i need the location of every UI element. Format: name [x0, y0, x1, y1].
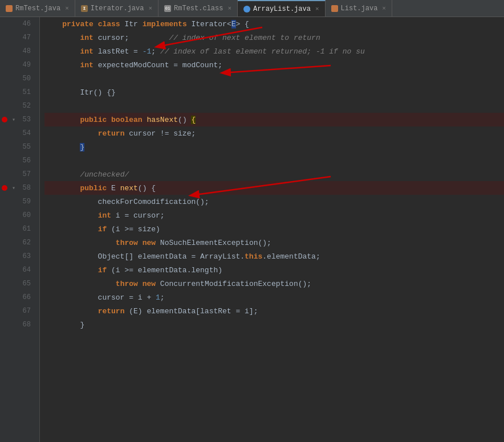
gutter-row-68: 68 [0, 318, 39, 332]
fold-slot-47[interactable] [9, 33, 18, 42]
breakpoint-slot-67[interactable] [0, 306, 9, 316]
close-icon-rmtest[interactable]: × [65, 5, 69, 12]
breakpoint-slot-62[interactable] [0, 238, 9, 247]
keyword: boolean [111, 116, 143, 124]
breakpoint-slot-63[interactable] [0, 252, 9, 261]
breakpoint-slot-59[interactable] [0, 197, 9, 206]
code-token [44, 266, 98, 275]
fold-slot-68[interactable] [9, 320, 18, 329]
line-number-54: 54 [18, 129, 34, 137]
keyword: implements [143, 20, 187, 28]
fold-slot-59[interactable] [9, 197, 18, 206]
breakpoint-slot-46[interactable] [0, 19, 9, 28]
code-token: Itr() {} [44, 88, 116, 97]
breakpoint-slot-50[interactable] [0, 74, 9, 83]
line-number-47: 47 [18, 34, 34, 42]
code-token: E [107, 184, 120, 193]
fold-slot-46[interactable] [9, 19, 18, 28]
tab-rmtest-class[interactable]: 01 RmTest.class × [158, 0, 238, 17]
code-line-61: if (i >= size) [44, 222, 504, 236]
keyword: class [98, 20, 120, 28]
number-literal: 1 [156, 293, 160, 302]
fold-slot-66[interactable] [9, 293, 18, 302]
gutter-row-66: 66 [0, 290, 39, 304]
code-line-66: cursor = i + 1; [44, 290, 504, 304]
breakpoint-slot-48[interactable] [0, 47, 9, 56]
line-number-59: 59 [18, 198, 34, 206]
fold-slot-51[interactable] [9, 88, 18, 97]
keyword: new [143, 280, 156, 288]
fold-slot-60[interactable] [9, 211, 18, 220]
breakpoint-slot-55[interactable] [0, 142, 9, 152]
breakpoint-slot-54[interactable] [0, 129, 9, 138]
fold-slot-65[interactable] [9, 279, 18, 288]
fold-slot-50[interactable] [9, 74, 18, 83]
code-token [44, 34, 80, 42]
fold-slot-55[interactable] [9, 142, 18, 152]
keyword: public [80, 116, 107, 124]
close-icon-list[interactable]: × [382, 5, 386, 12]
gutter-row-65: 65 [0, 277, 39, 290]
breakpoint-slot-53[interactable] [0, 115, 9, 124]
breakpoint-slot-52[interactable] [0, 101, 9, 110]
fold-slot-62[interactable] [9, 238, 18, 247]
code-content[interactable]: private class Itr implements Iterator<E>… [40, 17, 504, 442]
breakpoint-slot-64[interactable] [0, 265, 9, 275]
fold-slot-52[interactable] [9, 101, 18, 110]
code-token [44, 47, 80, 56]
fold-slot-63[interactable] [9, 252, 18, 261]
tab-icon-arraylist [243, 6, 250, 13]
fold-slot-53[interactable]: ▾ [9, 115, 18, 124]
fold-slot-57[interactable] [9, 170, 18, 179]
code-token [44, 239, 116, 247]
breakpoint-slot-58[interactable] [0, 183, 9, 193]
breakpoint-slot-56[interactable] [0, 156, 9, 165]
tab-iterator-java[interactable]: I Iterator.java × [75, 0, 158, 17]
code-line-67: return (E) elementData[lastRet = i]; [44, 304, 504, 318]
method-name: next [120, 184, 138, 193]
breakpoint-slot-68[interactable] [0, 320, 9, 329]
keyword: throw [116, 239, 138, 247]
line-number-63: 63 [18, 252, 34, 260]
gutter-row-50: 50 [0, 72, 39, 85]
code-line-65: throw new ConcurrentModificationExceptio… [44, 277, 504, 290]
tab-arraylist-java[interactable]: ArrayList.java × [238, 0, 325, 17]
code-token [44, 129, 98, 138]
highlight-brace: { [191, 116, 196, 124]
keyword: if [98, 266, 107, 275]
breakpoint-slot-61[interactable] [0, 224, 9, 234]
tab-label-list: List.java [341, 5, 378, 13]
code-token: (i >= size) [107, 225, 160, 234]
fold-slot-61[interactable] [9, 224, 18, 234]
tab-list-java[interactable]: List.java × [326, 0, 392, 17]
gutter-row-56: 56 [0, 154, 39, 167]
code-line-60: int i = cursor; [44, 208, 504, 222]
fold-slot-49[interactable] [9, 60, 18, 69]
tab-icon-list [331, 5, 338, 12]
close-icon-arraylist[interactable]: × [315, 6, 319, 13]
breakpoint-slot-51[interactable] [0, 88, 9, 97]
code-token [44, 280, 116, 288]
code-token: (i >= elementData.length) [107, 266, 222, 275]
breakpoint-slot-60[interactable] [0, 211, 9, 220]
close-icon-iterator[interactable]: × [148, 5, 152, 12]
fold-slot-48[interactable] [9, 47, 18, 56]
fold-slot-54[interactable] [9, 129, 18, 138]
fold-arrow-58[interactable]: ▾ [12, 185, 15, 191]
fold-arrow-53[interactable]: ▾ [12, 116, 15, 123]
code-token: ; [151, 47, 160, 56]
breakpoint-slot-47[interactable] [0, 33, 9, 42]
code-token: cursor; [94, 34, 169, 42]
tab-label-iterator: Iterator.java [91, 5, 144, 13]
breakpoint-slot-65[interactable] [0, 279, 9, 288]
fold-slot-58[interactable]: ▾ [9, 183, 18, 193]
fold-slot-56[interactable] [9, 156, 18, 165]
close-icon-class[interactable]: × [227, 5, 231, 12]
fold-slot-67[interactable] [9, 306, 18, 316]
breakpoint-slot-57[interactable] [0, 170, 9, 179]
fold-slot-64[interactable] [9, 265, 18, 275]
gutter-row-60: 60 [0, 208, 39, 222]
breakpoint-slot-49[interactable] [0, 60, 9, 69]
tab-rmtest-java[interactable]: RmTest.java × [0, 0, 75, 17]
breakpoint-slot-66[interactable] [0, 293, 9, 302]
